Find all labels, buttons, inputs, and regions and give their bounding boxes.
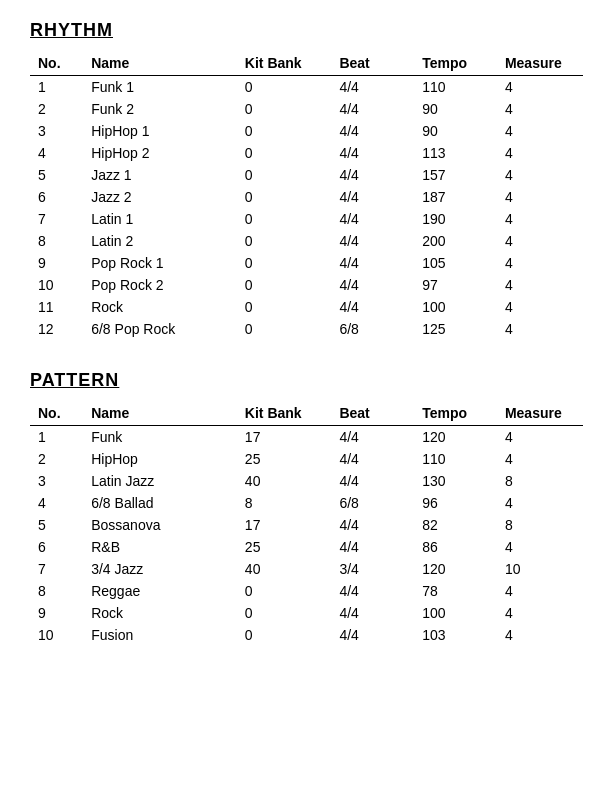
table-row: 8Latin 204/42004	[30, 230, 583, 252]
rhythm-cell-name: Jazz 2	[83, 186, 237, 208]
rhythm-cell-no: 6	[30, 186, 83, 208]
pattern-cell-kit_bank: 25	[237, 536, 332, 558]
rhythm-cell-measure: 4	[497, 98, 583, 120]
rhythm-cell-name: Jazz 1	[83, 164, 237, 186]
rhythm-cell-beat: 4/4	[331, 98, 414, 120]
pattern-cell-no: 10	[30, 624, 83, 646]
pattern-title: PATTERN	[30, 370, 583, 391]
rhythm-cell-name: 6/8 Pop Rock	[83, 318, 237, 340]
pattern-col-kitbank: Kit Bank	[237, 401, 332, 426]
rhythm-cell-tempo: 97	[414, 274, 497, 296]
rhythm-cell-tempo: 90	[414, 98, 497, 120]
rhythm-section: RHYTHM No. Name Kit Bank Beat Tempo Meas…	[30, 20, 583, 340]
pattern-cell-measure: 4	[497, 536, 583, 558]
rhythm-cell-measure: 4	[497, 230, 583, 252]
rhythm-cell-kit_bank: 0	[237, 120, 332, 142]
table-row: 11Rock04/41004	[30, 296, 583, 318]
rhythm-cell-no: 4	[30, 142, 83, 164]
pattern-cell-measure: 4	[497, 448, 583, 470]
pattern-cell-measure: 4	[497, 624, 583, 646]
rhythm-cell-name: Funk 2	[83, 98, 237, 120]
rhythm-cell-measure: 4	[497, 252, 583, 274]
pattern-section: PATTERN No. Name Kit Bank Beat Tempo Mea…	[30, 370, 583, 646]
pattern-col-name: Name	[83, 401, 237, 426]
rhythm-cell-kit_bank: 0	[237, 208, 332, 230]
pattern-cell-kit_bank: 40	[237, 470, 332, 492]
pattern-cell-name: HipHop	[83, 448, 237, 470]
rhythm-cell-no: 5	[30, 164, 83, 186]
rhythm-col-measure: Measure	[497, 51, 583, 76]
pattern-cell-name: Latin Jazz	[83, 470, 237, 492]
pattern-cell-kit_bank: 8	[237, 492, 332, 514]
rhythm-cell-tempo: 90	[414, 120, 497, 142]
rhythm-table: No. Name Kit Bank Beat Tempo Measure 1Fu…	[30, 51, 583, 340]
pattern-cell-kit_bank: 40	[237, 558, 332, 580]
pattern-cell-no: 7	[30, 558, 83, 580]
rhythm-cell-measure: 4	[497, 142, 583, 164]
pattern-cell-name: R&B	[83, 536, 237, 558]
pattern-cell-tempo: 96	[414, 492, 497, 514]
rhythm-col-no: No.	[30, 51, 83, 76]
pattern-cell-tempo: 103	[414, 624, 497, 646]
table-row: 2Funk 204/4904	[30, 98, 583, 120]
pattern-cell-beat: 6/8	[331, 492, 414, 514]
rhythm-cell-no: 10	[30, 274, 83, 296]
pattern-cell-tempo: 86	[414, 536, 497, 558]
pattern-cell-kit_bank: 0	[237, 602, 332, 624]
pattern-cell-measure: 4	[497, 492, 583, 514]
pattern-cell-kit_bank: 0	[237, 580, 332, 602]
pattern-cell-name: Fusion	[83, 624, 237, 646]
pattern-cell-name: Funk	[83, 426, 237, 449]
pattern-cell-beat: 4/4	[331, 426, 414, 449]
rhythm-cell-no: 2	[30, 98, 83, 120]
rhythm-cell-kit_bank: 0	[237, 274, 332, 296]
rhythm-cell-tempo: 125	[414, 318, 497, 340]
rhythm-cell-kit_bank: 0	[237, 142, 332, 164]
rhythm-cell-beat: 4/4	[331, 296, 414, 318]
pattern-cell-kit_bank: 17	[237, 514, 332, 536]
rhythm-col-kitbank: Kit Bank	[237, 51, 332, 76]
rhythm-cell-no: 1	[30, 76, 83, 99]
rhythm-cell-name: Pop Rock 1	[83, 252, 237, 274]
rhythm-cell-measure: 4	[497, 274, 583, 296]
table-row: 46/8 Ballad86/8964	[30, 492, 583, 514]
pattern-cell-tempo: 78	[414, 580, 497, 602]
rhythm-cell-measure: 4	[497, 120, 583, 142]
rhythm-cell-tempo: 187	[414, 186, 497, 208]
rhythm-cell-tempo: 200	[414, 230, 497, 252]
pattern-cell-measure: 4	[497, 426, 583, 449]
rhythm-cell-kit_bank: 0	[237, 98, 332, 120]
table-row: 3HipHop 104/4904	[30, 120, 583, 142]
pattern-cell-beat: 4/4	[331, 448, 414, 470]
pattern-cell-beat: 4/4	[331, 580, 414, 602]
table-row: 6Jazz 204/41874	[30, 186, 583, 208]
rhythm-cell-tempo: 100	[414, 296, 497, 318]
pattern-cell-no: 3	[30, 470, 83, 492]
table-row: 5Jazz 104/41574	[30, 164, 583, 186]
rhythm-cell-beat: 4/4	[331, 252, 414, 274]
rhythm-header-row: No. Name Kit Bank Beat Tempo Measure	[30, 51, 583, 76]
table-row: 7Latin 104/41904	[30, 208, 583, 230]
rhythm-cell-kit_bank: 0	[237, 296, 332, 318]
rhythm-cell-no: 11	[30, 296, 83, 318]
pattern-col-measure: Measure	[497, 401, 583, 426]
rhythm-col-tempo: Tempo	[414, 51, 497, 76]
pattern-cell-no: 4	[30, 492, 83, 514]
rhythm-cell-measure: 4	[497, 164, 583, 186]
rhythm-cell-name: Funk 1	[83, 76, 237, 99]
pattern-cell-tempo: 100	[414, 602, 497, 624]
pattern-cell-name: 6/8 Ballad	[83, 492, 237, 514]
rhythm-cell-name: Latin 1	[83, 208, 237, 230]
rhythm-col-name: Name	[83, 51, 237, 76]
rhythm-cell-tempo: 190	[414, 208, 497, 230]
rhythm-cell-measure: 4	[497, 186, 583, 208]
pattern-cell-kit_bank: 25	[237, 448, 332, 470]
pattern-cell-tempo: 110	[414, 448, 497, 470]
pattern-cell-name: 3/4 Jazz	[83, 558, 237, 580]
rhythm-cell-kit_bank: 0	[237, 252, 332, 274]
rhythm-cell-measure: 4	[497, 76, 583, 99]
pattern-cell-tempo: 130	[414, 470, 497, 492]
rhythm-cell-tempo: 113	[414, 142, 497, 164]
rhythm-cell-tempo: 157	[414, 164, 497, 186]
pattern-cell-tempo: 120	[414, 558, 497, 580]
